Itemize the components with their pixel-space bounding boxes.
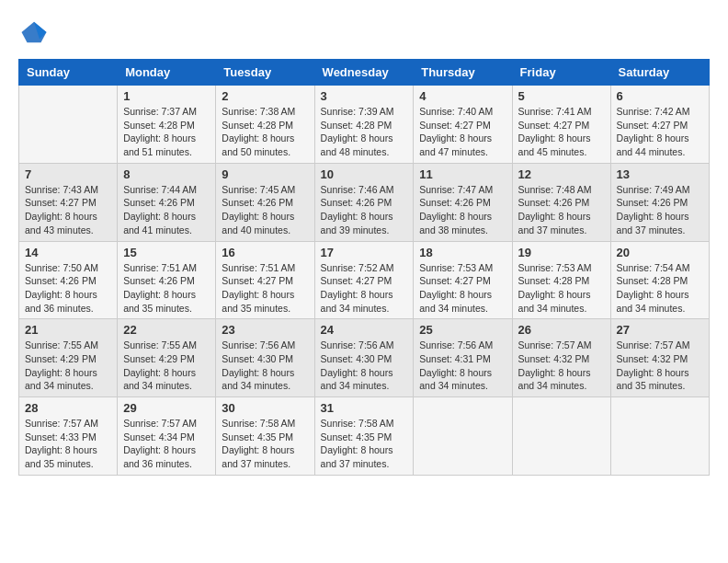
week-row-5: 28Sunrise: 7:57 AMSunset: 4:33 PMDayligh… — [19, 397, 710, 476]
day-number: 5 — [518, 89, 605, 103]
calendar-table: SundayMondayTuesdayWednesdayThursdayFrid… — [18, 59, 710, 476]
cell-info: Sunrise: 7:57 AMSunset: 4:34 PMDaylight:… — [123, 417, 210, 471]
day-number: 9 — [222, 167, 308, 181]
calendar-cell: 14Sunrise: 7:50 AMSunset: 4:26 PMDayligh… — [19, 241, 118, 319]
day-number: 8 — [123, 167, 210, 181]
calendar-cell — [414, 397, 512, 476]
calendar-cell: 5Sunrise: 7:41 AMSunset: 4:27 PMDaylight… — [512, 86, 610, 164]
week-row-1: 1Sunrise: 7:37 AMSunset: 4:28 PMDaylight… — [19, 86, 710, 164]
calendar-cell: 18Sunrise: 7:53 AMSunset: 4:27 PMDayligh… — [414, 241, 512, 319]
calendar-cell: 12Sunrise: 7:48 AMSunset: 4:26 PMDayligh… — [512, 163, 610, 241]
day-number: 27 — [617, 323, 703, 337]
day-number: 7 — [25, 167, 111, 181]
cell-info: Sunrise: 7:45 AMSunset: 4:26 PMDaylight:… — [222, 183, 308, 237]
day-number: 3 — [321, 89, 408, 103]
day-number: 1 — [123, 89, 210, 103]
cell-info: Sunrise: 7:44 AMSunset: 4:26 PMDaylight:… — [123, 183, 210, 237]
calendar-cell — [512, 397, 610, 476]
calendar-cell: 26Sunrise: 7:57 AMSunset: 4:32 PMDayligh… — [512, 319, 610, 397]
calendar-cell: 27Sunrise: 7:57 AMSunset: 4:32 PMDayligh… — [610, 319, 709, 397]
calendar-cell — [19, 86, 118, 164]
day-number: 20 — [617, 246, 703, 259]
col-header-wednesday: Wednesday — [314, 60, 414, 86]
day-number: 19 — [518, 246, 605, 259]
calendar-cell: 17Sunrise: 7:52 AMSunset: 4:27 PMDayligh… — [314, 241, 414, 319]
cell-info: Sunrise: 7:55 AMSunset: 4:29 PMDaylight:… — [25, 339, 111, 393]
day-number: 21 — [25, 323, 111, 337]
page-header — [18, 18, 710, 50]
calendar-cell: 20Sunrise: 7:54 AMSunset: 4:28 PMDayligh… — [610, 241, 709, 319]
cell-info: Sunrise: 7:56 AMSunset: 4:30 PMDaylight:… — [321, 339, 408, 393]
day-number: 13 — [617, 167, 703, 181]
logo — [18, 18, 48, 50]
calendar-cell: 1Sunrise: 7:37 AMSunset: 4:28 PMDaylight… — [118, 86, 216, 164]
day-number: 29 — [123, 401, 210, 415]
day-number: 25 — [419, 323, 506, 337]
cell-info: Sunrise: 7:56 AMSunset: 4:30 PMDaylight:… — [222, 339, 308, 393]
calendar-cell: 29Sunrise: 7:57 AMSunset: 4:34 PMDayligh… — [118, 397, 216, 476]
cell-info: Sunrise: 7:51 AMSunset: 4:27 PMDaylight:… — [222, 261, 308, 316]
cell-info: Sunrise: 7:55 AMSunset: 4:29 PMDaylight:… — [123, 339, 210, 393]
day-number: 14 — [25, 246, 111, 259]
day-number: 15 — [123, 246, 210, 259]
calendar-cell: 22Sunrise: 7:55 AMSunset: 4:29 PMDayligh… — [118, 319, 216, 397]
day-number: 11 — [419, 167, 506, 181]
day-number: 26 — [518, 323, 605, 337]
cell-info: Sunrise: 7:57 AMSunset: 4:33 PMDaylight:… — [25, 417, 111, 471]
col-header-saturday: Saturday — [610, 60, 709, 86]
cell-info: Sunrise: 7:50 AMSunset: 4:26 PMDaylight:… — [25, 261, 111, 316]
cell-info: Sunrise: 7:57 AMSunset: 4:32 PMDaylight:… — [617, 339, 703, 393]
cell-info: Sunrise: 7:47 AMSunset: 4:26 PMDaylight:… — [419, 183, 506, 237]
week-row-2: 7Sunrise: 7:43 AMSunset: 4:27 PMDaylight… — [19, 163, 710, 241]
calendar-cell: 11Sunrise: 7:47 AMSunset: 4:26 PMDayligh… — [414, 163, 512, 241]
day-number: 23 — [222, 323, 308, 337]
cell-info: Sunrise: 7:38 AMSunset: 4:28 PMDaylight:… — [222, 105, 308, 159]
calendar-cell: 6Sunrise: 7:42 AMSunset: 4:27 PMDaylight… — [610, 86, 709, 164]
cell-info: Sunrise: 7:49 AMSunset: 4:26 PMDaylight:… — [617, 183, 703, 237]
day-number: 31 — [321, 401, 408, 415]
day-number: 24 — [321, 323, 408, 337]
calendar-cell: 2Sunrise: 7:38 AMSunset: 4:28 PMDaylight… — [216, 86, 314, 164]
col-header-sunday: Sunday — [19, 60, 118, 86]
cell-info: Sunrise: 7:41 AMSunset: 4:27 PMDaylight:… — [518, 105, 605, 159]
calendar-cell: 13Sunrise: 7:49 AMSunset: 4:26 PMDayligh… — [610, 163, 709, 241]
day-number: 12 — [518, 167, 605, 181]
week-row-3: 14Sunrise: 7:50 AMSunset: 4:26 PMDayligh… — [19, 241, 710, 319]
calendar-cell: 16Sunrise: 7:51 AMSunset: 4:27 PMDayligh… — [216, 241, 314, 319]
calendar-cell: 31Sunrise: 7:58 AMSunset: 4:35 PMDayligh… — [314, 397, 414, 476]
calendar-cell — [610, 397, 709, 476]
calendar-cell: 30Sunrise: 7:58 AMSunset: 4:35 PMDayligh… — [216, 397, 314, 476]
day-number: 6 — [617, 89, 703, 103]
col-header-thursday: Thursday — [414, 60, 512, 86]
col-header-tuesday: Tuesday — [216, 60, 314, 86]
week-row-4: 21Sunrise: 7:55 AMSunset: 4:29 PMDayligh… — [19, 319, 710, 397]
calendar-cell: 10Sunrise: 7:46 AMSunset: 4:26 PMDayligh… — [314, 163, 414, 241]
calendar-cell: 19Sunrise: 7:53 AMSunset: 4:28 PMDayligh… — [512, 241, 610, 319]
header-row: SundayMondayTuesdayWednesdayThursdayFrid… — [19, 60, 710, 86]
day-number: 30 — [222, 401, 308, 415]
calendar-cell: 21Sunrise: 7:55 AMSunset: 4:29 PMDayligh… — [19, 319, 118, 397]
col-header-friday: Friday — [512, 60, 610, 86]
logo-icon — [20, 18, 48, 46]
cell-info: Sunrise: 7:54 AMSunset: 4:28 PMDaylight:… — [617, 261, 703, 316]
cell-info: Sunrise: 7:37 AMSunset: 4:28 PMDaylight:… — [123, 105, 210, 159]
calendar-cell: 3Sunrise: 7:39 AMSunset: 4:28 PMDaylight… — [314, 86, 414, 164]
calendar-cell: 23Sunrise: 7:56 AMSunset: 4:30 PMDayligh… — [216, 319, 314, 397]
cell-info: Sunrise: 7:58 AMSunset: 4:35 PMDaylight:… — [222, 417, 308, 471]
cell-info: Sunrise: 7:56 AMSunset: 4:31 PMDaylight:… — [419, 339, 506, 393]
calendar-cell: 7Sunrise: 7:43 AMSunset: 4:27 PMDaylight… — [19, 163, 118, 241]
cell-info: Sunrise: 7:48 AMSunset: 4:26 PMDaylight:… — [518, 183, 605, 237]
col-header-monday: Monday — [118, 60, 216, 86]
cell-info: Sunrise: 7:40 AMSunset: 4:27 PMDaylight:… — [419, 105, 506, 159]
cell-info: Sunrise: 7:53 AMSunset: 4:28 PMDaylight:… — [518, 261, 605, 316]
cell-info: Sunrise: 7:42 AMSunset: 4:27 PMDaylight:… — [617, 105, 703, 159]
calendar-cell: 24Sunrise: 7:56 AMSunset: 4:30 PMDayligh… — [314, 319, 414, 397]
day-number: 22 — [123, 323, 210, 337]
cell-info: Sunrise: 7:46 AMSunset: 4:26 PMDaylight:… — [321, 183, 408, 237]
calendar-cell: 15Sunrise: 7:51 AMSunset: 4:26 PMDayligh… — [118, 241, 216, 319]
day-number: 18 — [419, 246, 506, 259]
day-number: 4 — [419, 89, 506, 103]
cell-info: Sunrise: 7:57 AMSunset: 4:32 PMDaylight:… — [518, 339, 605, 393]
cell-info: Sunrise: 7:53 AMSunset: 4:27 PMDaylight:… — [419, 261, 506, 316]
cell-info: Sunrise: 7:51 AMSunset: 4:26 PMDaylight:… — [123, 261, 210, 316]
